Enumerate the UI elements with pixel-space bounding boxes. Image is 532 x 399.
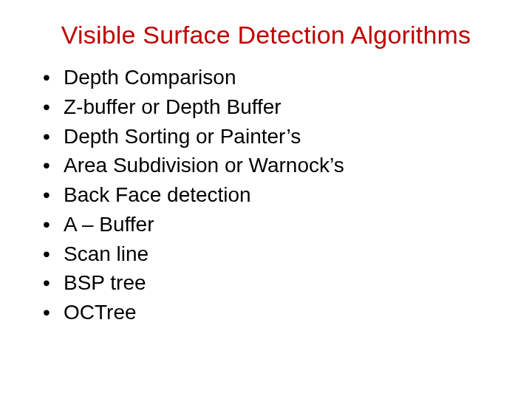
list-item: Area Subdivision or Warnock’s — [38, 151, 502, 180]
list-item: OCTree — [38, 298, 502, 327]
list-item: A – Buffer — [38, 210, 502, 239]
bullet-text: Scan line — [64, 242, 149, 265]
bullet-text: Depth Sorting or Painter’s — [64, 125, 301, 148]
slide: Visible Surface Detection Algorithms Dep… — [0, 0, 532, 399]
bullet-text: Back Face detection — [64, 183, 251, 206]
bullet-text: BSP tree — [64, 271, 146, 294]
bullet-text: OCTree — [64, 301, 137, 324]
bullet-list: Depth Comparison Z-buffer or Depth Buffe… — [38, 63, 502, 327]
bullet-text: Depth Comparison — [64, 66, 236, 89]
list-item: Depth Sorting or Painter’s — [38, 122, 502, 151]
bullet-text: A – Buffer — [64, 213, 154, 236]
bullet-text: Area Subdivision or Warnock’s — [64, 154, 344, 177]
slide-title: Visible Surface Detection Algorithms — [0, 0, 532, 63]
list-item: Back Face detection — [38, 180, 502, 210]
list-item: BSP tree — [38, 268, 502, 298]
list-item: Z-buffer or Depth Buffer — [38, 92, 502, 122]
list-item: Scan line — [38, 239, 502, 269]
bullet-text: Z-buffer or Depth Buffer — [64, 95, 282, 118]
list-item: Depth Comparison — [38, 63, 502, 92]
slide-body: Depth Comparison Z-buffer or Depth Buffe… — [0, 63, 532, 327]
